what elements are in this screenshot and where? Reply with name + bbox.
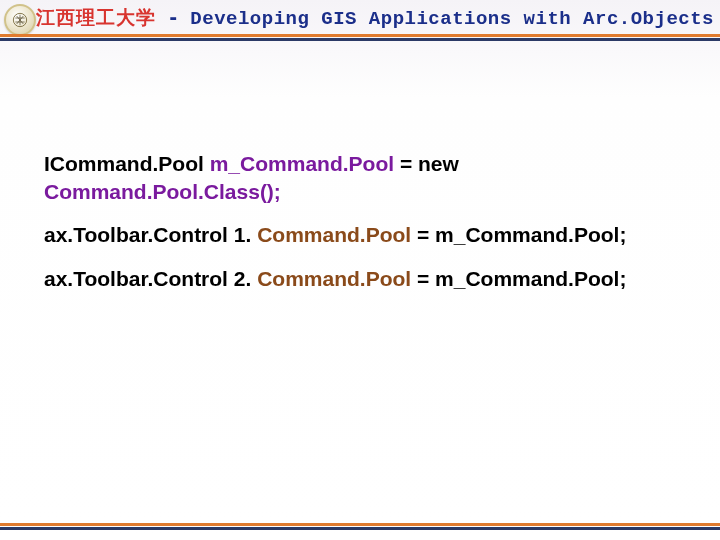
code-line-2: Command.Pool.Class();	[44, 178, 676, 206]
rule-orange-bottom	[0, 523, 720, 526]
code-token: Command.Pool	[257, 223, 411, 246]
code-token: m_Command.Pool	[210, 152, 394, 175]
slide: 江西理工大学 - Developing GIS Applications wit…	[0, 0, 720, 540]
code-line-3: ax.Toolbar.Control 1. Command.Pool = m_C…	[44, 221, 676, 249]
top-divider	[0, 34, 720, 41]
code-line-1: ICommand.Pool m_Command.Pool = new	[44, 150, 676, 178]
code-token: = new	[394, 152, 459, 175]
code-token: ICommand.Pool	[44, 152, 210, 175]
header-title: 江西理工大学 - Developing GIS Applications wit…	[36, 5, 720, 35]
code-line-4: ax.Toolbar.Control 2. Command.Pool = m_C…	[44, 265, 676, 293]
course-title-en: Developing GIS Applications with Arc.Obj…	[190, 8, 720, 30]
university-name-cn: 江西理工大学	[36, 7, 156, 28]
spacer	[44, 205, 676, 221]
bottom-divider	[0, 523, 720, 530]
code-token: ax.Toolbar.Control 1.	[44, 223, 257, 246]
slide-body: ICommand.Pool m_Command.Pool = new Comma…	[44, 150, 676, 293]
code-token: = m_Command.Pool;	[411, 223, 626, 246]
university-logo-icon	[4, 4, 36, 36]
rule-navy-top	[0, 38, 720, 41]
code-token: = m_Command.Pool;	[411, 267, 626, 290]
title-separator: -	[156, 6, 190, 28]
code-token: Command.Pool.Class();	[44, 180, 281, 203]
emblem-icon	[12, 12, 28, 28]
code-token: ax.Toolbar.Control 2.	[44, 267, 257, 290]
spacer	[44, 249, 676, 265]
code-token: Command.Pool	[257, 267, 411, 290]
rule-orange-top	[0, 34, 720, 37]
rule-navy-bottom	[0, 527, 720, 530]
